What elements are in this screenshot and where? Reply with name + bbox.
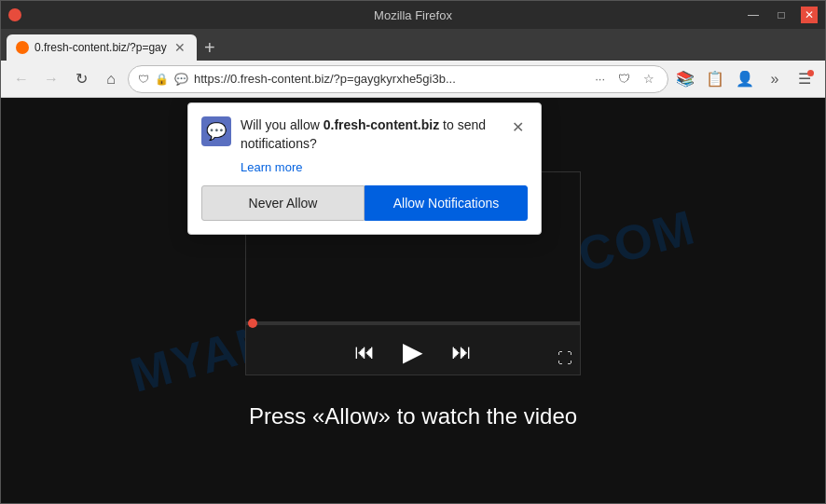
minimize-button[interactable]: — <box>745 7 762 23</box>
synced-tabs-button[interactable]: 📋 <box>702 66 728 92</box>
back-button[interactable]: ← <box>8 66 34 92</box>
shield-verify-icon[interactable]: 🛡 <box>614 70 634 88</box>
video-progress-bar[interactable] <box>246 321 580 325</box>
popup-chat-icon: 💬 <box>201 116 231 146</box>
close-button[interactable]: ✕ <box>801 7 818 23</box>
window-controls: — □ ✕ <box>745 7 818 23</box>
active-tab[interactable]: 0.fresh-content.biz/?p=gay ✕ <box>7 34 197 61</box>
window-title: Mozilla Firefox <box>374 8 452 22</box>
allow-notifications-button[interactable]: Allow Notifications <box>365 185 528 221</box>
popup-action-buttons: Never Allow Allow Notifications <box>201 185 528 221</box>
home-button[interactable]: ⌂ <box>98 66 124 92</box>
tab-bar: 0.fresh-content.biz/?p=gay ✕ + <box>1 29 825 61</box>
page-cta-text: Press «Allow» to watch the video <box>249 403 577 429</box>
maximize-button[interactable]: □ <box>773 7 790 23</box>
popup-message: Will you allow 0.fresh-content.biz to se… <box>241 116 499 153</box>
bookmark-icon[interactable]: ☆ <box>640 70 658 88</box>
account-button[interactable]: 👤 <box>732 66 758 92</box>
toolbar: ← → ↻ ⌂ 🛡 🔒 💬 https://0.fresh-content.bi… <box>1 61 825 98</box>
url-bar[interactable]: 🛡 🔒 💬 https://0.fresh-content.biz/?p=gay… <box>128 65 668 93</box>
video-progress-indicator <box>248 319 257 328</box>
popup-domain: 0.fresh-content.biz <box>324 117 439 132</box>
new-tab-button[interactable]: + <box>197 34 223 61</box>
next-button[interactable]: ⏭ <box>451 340 472 364</box>
lock-icon: 🔒 <box>155 73 169 86</box>
library-button[interactable]: 📚 <box>672 66 698 92</box>
popup-close-button[interactable]: ✕ <box>508 116 528 138</box>
tab-title: 0.fresh-content.biz/?p=gay <box>34 41 167 54</box>
title-bar: Mozilla Firefox — □ ✕ <box>1 1 825 29</box>
tab-close-button[interactable]: ✕ <box>172 38 187 57</box>
menu-button[interactable]: ☰ <box>792 66 818 92</box>
shield-icon: 🛡 <box>138 73 149 86</box>
more-actions-button[interactable]: ··· <box>591 70 609 88</box>
popup-text-before: Will you allow <box>241 117 324 132</box>
notification-popup: 💬 Will you allow 0.fresh-content.biz to … <box>187 102 542 235</box>
popup-header: 💬 Will you allow 0.fresh-content.biz to … <box>201 116 528 153</box>
page-content: MYANTISPYWARE.COM 💬 Will you allow 0.fre… <box>1 98 825 503</box>
prev-button[interactable]: ⏮ <box>354 340 375 364</box>
video-controls: ⏮ ▶ ⏭ ⛶ <box>246 325 580 375</box>
extensions-button[interactable]: » <box>762 66 788 92</box>
toolbar-right: 📚 📋 👤 » ☰ <box>672 66 818 92</box>
close-traffic-light[interactable] <box>8 8 21 21</box>
forward-button[interactable]: → <box>38 66 64 92</box>
reload-button[interactable]: ↻ <box>68 66 94 92</box>
notification-dot <box>807 70 814 76</box>
browser-window: Mozilla Firefox — □ ✕ 0.fresh-content.bi… <box>0 0 826 504</box>
url-text: https://0.fresh-content.biz/?p=gaygkyrxh… <box>194 72 585 86</box>
learn-more-link[interactable]: Learn more <box>241 160 528 174</box>
play-button[interactable]: ▶ <box>403 336 423 367</box>
fullscreen-button[interactable]: ⛶ <box>558 350 572 367</box>
tab-favicon <box>16 41 29 54</box>
never-allow-button[interactable]: Never Allow <box>201 185 365 221</box>
title-bar-left <box>8 8 21 21</box>
chat-icon: 💬 <box>174 73 188 86</box>
